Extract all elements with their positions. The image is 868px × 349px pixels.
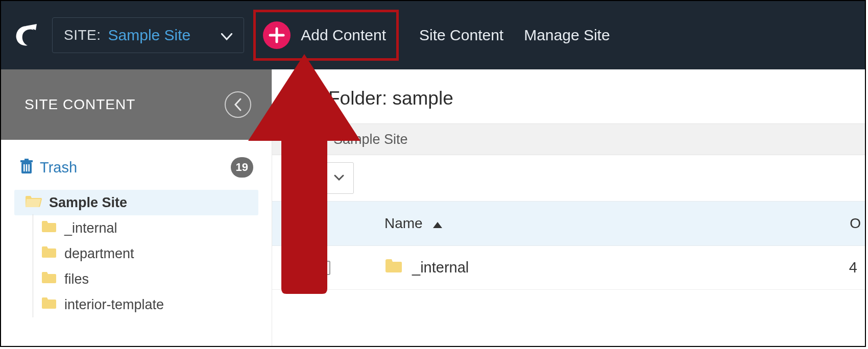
nav-manage-site[interactable]: Manage Site [524, 27, 610, 44]
breadcrumb-site[interactable]: Sample Site [333, 132, 408, 147]
chevron-down-icon [334, 173, 344, 183]
svg-rect-7 [29, 164, 30, 171]
sort-ascending-icon [433, 215, 442, 232]
controls-row [272, 155, 865, 201]
add-content-label: Add Content [301, 27, 386, 44]
page-title: Folder: sample [272, 69, 865, 123]
chevron-down-icon [221, 27, 232, 44]
folder-icon [41, 271, 57, 288]
row-name-cell[interactable]: _internal [374, 258, 834, 277]
column-right[interactable]: O [834, 215, 865, 232]
column-name[interactable]: Name [374, 215, 834, 232]
tree-root-label: Sample Site [49, 195, 127, 211]
tree-root-node[interactable]: Sample Site [14, 190, 258, 215]
add-content-button[interactable]: Add Content [253, 10, 399, 61]
tree-node-files[interactable]: files [14, 266, 258, 292]
top-nav: SITE: Sample Site Add Content Site Conte… [1, 1, 865, 69]
table-header: Name O [272, 201, 865, 246]
tree-node-label: files [64, 271, 89, 287]
folder-tree: Sample Site _internal department [14, 190, 258, 317]
nav-site-content[interactable]: Site Content [419, 27, 503, 44]
folder-icon [41, 220, 57, 237]
tree-node-label: interior-template [64, 297, 164, 313]
svg-rect-4 [25, 159, 29, 161]
brand-logo[interactable] [11, 22, 42, 48]
trash-icon [19, 158, 34, 177]
tree-node-internal[interactable]: _internal [14, 215, 258, 241]
site-selector-value: Sample Site [108, 27, 191, 44]
sidebar-title: SITE CONTENT [25, 96, 135, 113]
sidebar: SITE CONTENT [1, 69, 272, 346]
select-all-dropdown[interactable] [302, 162, 354, 194]
svg-rect-6 [26, 164, 28, 171]
tree-node-label: _internal [64, 220, 117, 236]
page-title-value: sample [392, 88, 453, 109]
breadcrumb-bar: Sample Site [272, 123, 865, 155]
collapse-sidebar-button[interactable] [225, 91, 251, 118]
row-name: _internal [412, 259, 469, 276]
folder-icon [41, 245, 57, 262]
trash-label: Trash [40, 159, 77, 176]
trash-count-badge: 19 [231, 157, 253, 178]
checkbox-icon [311, 171, 325, 185]
sidebar-header: SITE CONTENT [1, 69, 272, 140]
tree-node-department[interactable]: department [14, 241, 258, 266]
folder-icon [384, 258, 403, 277]
folder-open-icon [25, 194, 42, 212]
chevron-left-icon [233, 98, 243, 111]
sidebar-trash[interactable]: Trash 19 [14, 153, 258, 182]
column-name-label: Name [384, 215, 423, 232]
tree-node-interior-template[interactable]: interior-template [14, 292, 258, 317]
site-selector-label: SITE: [64, 27, 101, 43]
page-title-prefix: Folder: [328, 88, 392, 109]
row-right: 4 [834, 259, 865, 276]
svg-rect-5 [23, 164, 25, 171]
tree-node-label: department [64, 246, 134, 262]
site-selector[interactable]: SITE: Sample Site [52, 17, 244, 53]
folder-icon [41, 296, 57, 313]
plus-icon [263, 21, 291, 49]
row-checkbox[interactable] [272, 261, 374, 275]
table-row[interactable]: _internal 4 [272, 246, 865, 290]
main-panel: Folder: sample Sample Site Name [272, 69, 865, 346]
